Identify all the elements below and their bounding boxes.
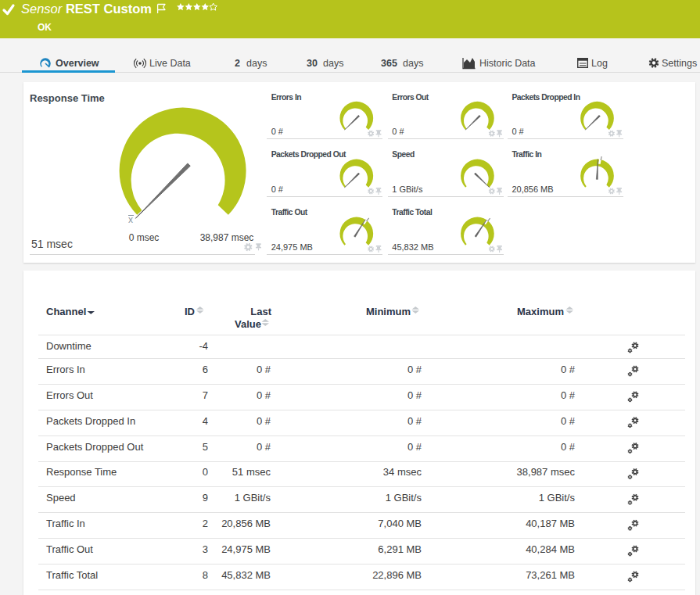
svg-text:x: x <box>128 214 133 225</box>
